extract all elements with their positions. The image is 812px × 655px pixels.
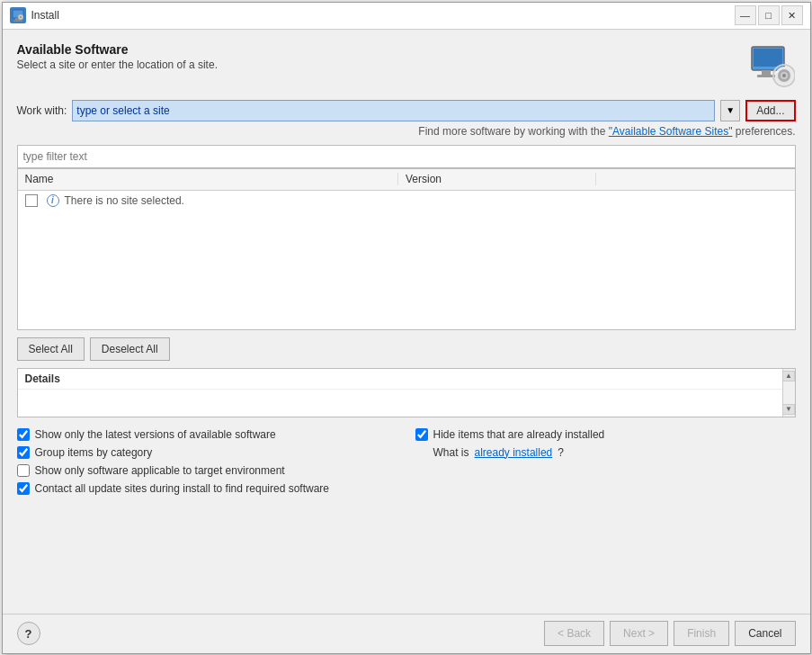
footer-buttons: < Back Next > Finish Cancel [544,621,795,646]
no-site-message: i There is no site selected. [25,194,184,207]
work-with-label: Work with: [17,104,67,117]
option-target-env-label[interactable]: Show only software applicable to target … [35,464,285,477]
option-group-category-label[interactable]: Group items by category [35,446,153,459]
window-controls: — □ ✕ [735,5,803,25]
svg-point-4 [20,16,22,18]
table-row: i There is no site selected. [18,191,795,211]
svg-rect-2 [13,20,22,22]
details-label: Details [18,369,795,390]
software-table: Name Version i There is no site selected… [17,168,796,330]
details-scrollbar: ▲ ▼ [782,369,795,417]
details-section: Details ▲ ▼ [17,368,796,417]
already-installed-link[interactable]: already installed [475,446,553,459]
svg-point-13 [782,74,786,77]
window-title: Install [31,9,735,22]
option-latest-versions: Show only the latest versions of availab… [17,428,397,441]
svg-rect-6 [754,49,782,67]
option-hide-installed-checkbox[interactable] [415,428,428,441]
already-installed-suffix: ? [558,446,564,459]
options-section: Show only the latest versions of availab… [17,425,796,498]
header-section: Available Software Select a site or ente… [17,42,796,89]
cancel-button[interactable]: Cancel [735,621,795,646]
option-already-installed-info: What is already installed ? [415,446,796,459]
option-hide-installed: Hide items that are already installed [415,428,796,441]
filter-input[interactable] [17,145,796,168]
info-icon: i [47,194,59,207]
find-more-row: Find more software by working with the "… [17,125,796,138]
window-icon [10,7,26,23]
scroll-up-button[interactable]: ▲ [782,371,795,381]
option-target-environment: Show only software applicable to target … [17,464,397,477]
selection-buttons-row: Select All Deselect All [17,337,796,361]
name-column-header: Name [18,173,399,185]
add-button[interactable]: Add... [745,100,795,121]
options-left: Show only the latest versions of availab… [17,428,397,495]
select-all-button[interactable]: Select All [17,337,85,361]
dialog-subtitle: Select a site or enter the location of a… [17,58,740,71]
options-right: Hide items that are already installed Wh… [415,428,796,495]
work-with-row: Work with: ▼ Add... [17,100,796,121]
option-latest-versions-label[interactable]: Show only the latest versions of availab… [35,428,276,441]
option-contact-sites-label[interactable]: Contact all update sites during install … [35,482,330,495]
svg-rect-7 [762,70,771,75]
option-target-env-checkbox[interactable] [17,464,30,477]
deselect-all-button[interactable]: Deselect All [90,337,170,361]
minimize-button[interactable]: — [735,5,756,25]
maximize-button[interactable]: □ [758,5,780,25]
option-group-category-checkbox[interactable] [17,446,30,459]
option-latest-versions-checkbox[interactable] [17,428,30,441]
option-contact-sites-checkbox[interactable] [17,482,30,495]
table-header: Name Version [18,169,795,191]
content-area: Available Software Select a site or ente… [3,30,810,614]
option-hide-installed-label[interactable]: Hide items that are already installed [433,428,605,441]
dialog-title: Available Software [17,42,740,57]
work-with-input[interactable] [72,100,715,121]
available-software-sites-link[interactable]: "Available Software Sites" [609,125,733,138]
row-checkbox[interactable] [25,194,38,207]
close-button[interactable]: ✕ [781,5,803,25]
option-group-by-category: Group items by category [17,446,397,459]
version-column-header: Version [398,173,596,185]
scroll-down-button[interactable]: ▼ [782,404,795,415]
details-content [18,390,795,417]
already-installed-prefix: What is [433,446,469,459]
install-dialog: Install — □ ✕ Available Software Select … [2,2,811,654]
title-bar: Install — □ ✕ [3,3,810,30]
header-text: Available Software Select a site or ente… [17,42,740,71]
next-button[interactable]: Next > [610,621,668,646]
back-button[interactable]: < Back [544,621,604,646]
option-contact-update-sites: Contact all update sites during install … [17,482,397,495]
footer: ? < Back Next > Finish Cancel [3,614,810,653]
svg-rect-8 [757,75,775,77]
footer-left: ? [17,622,40,645]
header-icon [749,42,796,89]
finish-button[interactable]: Finish [674,621,729,646]
help-button[interactable]: ? [17,622,40,645]
work-with-dropdown-button[interactable]: ▼ [720,100,740,121]
